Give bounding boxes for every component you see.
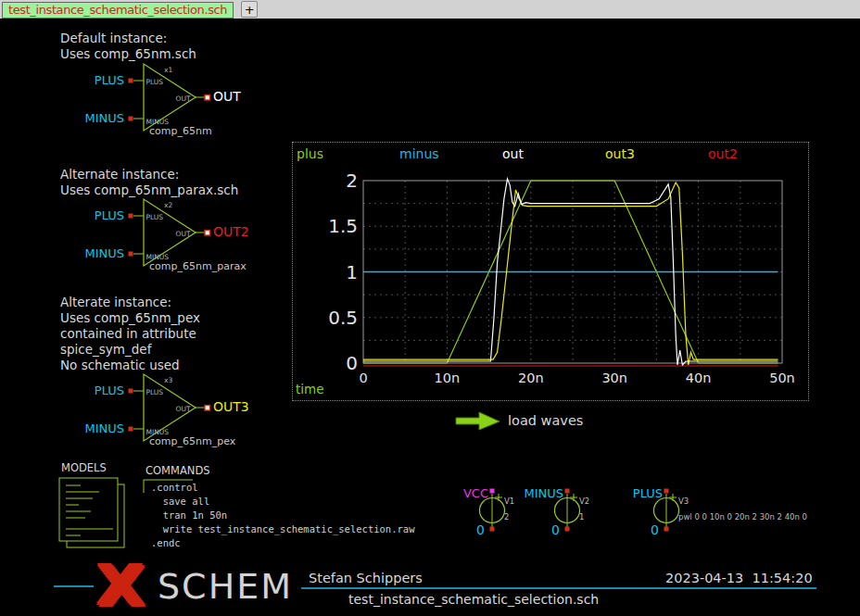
pin-out[interactable]	[205, 95, 210, 101]
x-tick-label: 20n	[518, 371, 544, 385]
load-waves-arrow-icon[interactable]	[456, 412, 500, 430]
symbol-pin-label: PLUS	[146, 388, 164, 396]
symbol-pin-label: PLUS	[146, 78, 164, 86]
instance-heading-line: Default instance:	[60, 31, 167, 45]
x-tick-label: 10n	[435, 371, 461, 385]
instance-heading-line: Alternate instance:	[60, 167, 179, 182]
xschem-logo-x: X	[97, 555, 145, 616]
net-label-minus[interactable]: MINUS	[56, 111, 124, 125]
symbol-name-label: comp_65nm_pex	[149, 435, 235, 447]
command-line: write test_instance_schematic_selection.…	[151, 523, 414, 534]
symbol-pin-label: OUT	[176, 405, 191, 413]
source-value-label: 1	[579, 512, 584, 522]
pin-top[interactable]	[664, 489, 669, 494]
y-tick-label: 1	[346, 261, 358, 283]
y-tick-label: 0	[346, 352, 358, 374]
net-label-out[interactable]: OUT2	[213, 224, 249, 239]
x-tick-label: 0	[359, 371, 367, 385]
pin-plus[interactable]	[129, 389, 133, 394]
symbol-pin-label: OUT	[176, 94, 191, 103]
xschem-window: x1PLUSOUTMINUSx2PLUSOUTMINUSx3PLUSOUTMIN…	[0, 0, 860, 616]
command-line: .control	[151, 482, 198, 493]
x-tick-label: 30n	[601, 371, 627, 385]
tab-bar: test_instance_schematic_selection.sch +	[0, 0, 860, 19]
models-document-icon[interactable]	[59, 478, 124, 547]
source-net-label[interactable]: MINUS	[495, 486, 563, 500]
schematic-canvas[interactable]: x1PLUSOUTMINUSx2PLUSOUTMINUSx3PLUSOUTMIN…	[0, 0, 860, 616]
net-label-out[interactable]: OUT3	[213, 399, 249, 414]
pin-out[interactable]	[205, 406, 210, 411]
source-value-label: pwl 0 0 10n 0 20n 2 30n 2 40n 0	[678, 512, 807, 522]
x-tick-label: 50n	[769, 371, 795, 385]
xschem-logo-text: SCHEM	[158, 566, 293, 607]
instance-heading-line: No schematic used	[60, 358, 180, 372]
instance-heading-line: Uses comp_65nm_parax.sch	[60, 182, 238, 197]
net-label-minus[interactable]: MINUS	[56, 421, 124, 435]
legend-item-minus: minus	[399, 146, 439, 161]
pin-minus[interactable]	[129, 252, 133, 257]
pin-bottom[interactable]	[664, 527, 669, 532]
legend-item-plus: plus	[297, 146, 323, 161]
commands-label: COMMANDS	[145, 464, 210, 477]
instance-heading-line: Uses comp_65nm.sch	[60, 46, 196, 61]
source-net-label[interactable]: VCC	[420, 486, 488, 500]
net-label-plus[interactable]: PLUS	[56, 383, 124, 397]
waveform-graph[interactable]: 21.510.50010n20n30n40n50n time plusminus…	[292, 142, 809, 401]
y-tick-label: 2	[346, 170, 358, 192]
pin-top[interactable]	[565, 489, 570, 494]
symbol-pin-label: x1	[164, 66, 172, 74]
net-label-plus[interactable]: PLUS	[56, 73, 124, 87]
titleblock-author: Stefan Schippers	[309, 571, 423, 585]
legend-item-out: out	[502, 146, 524, 161]
command-line: tran 1n 50n	[151, 509, 227, 521]
pin-top[interactable]	[490, 489, 495, 494]
net-label-out[interactable]: OUT	[213, 89, 241, 104]
source-value-label: 2	[504, 512, 509, 522]
graph-x-axis-label: time	[296, 382, 324, 396]
symbol-name-label: comp_65nm_parax	[149, 260, 247, 272]
models-label: MODELS	[61, 461, 107, 474]
new-tab-button[interactable]: +	[241, 1, 258, 18]
symbol-pin-label: x2	[164, 201, 172, 209]
y-tick-label: 0.5	[328, 307, 358, 329]
comparator-symbol-x2[interactable]: x2PLUSOUTMINUS	[129, 199, 210, 266]
x-tick-label: 40n	[686, 371, 712, 385]
instance-heading-line: Uses comp_65nm_pex	[60, 310, 200, 325]
net-label-minus[interactable]: MINUS	[56, 246, 124, 260]
legend-item-out2: out2	[708, 146, 738, 161]
waveform-out3	[363, 182, 778, 365]
command-line: .endc	[151, 537, 181, 548]
source-gnd-label[interactable]: 0	[466, 522, 485, 537]
load-waves-launcher-label[interactable]: load waves	[508, 413, 583, 428]
source-gnd-label[interactable]: 0	[640, 522, 659, 537]
instance-heading-line: Alterate instance:	[60, 295, 171, 309]
symbol-name-label: comp_65nm	[149, 125, 212, 137]
waveform-plot: 21.510.50010n20n30n40n50n	[293, 143, 808, 400]
instance-heading-line: spice_sym_def	[60, 342, 151, 357]
legend-item-out3: out3	[605, 146, 635, 161]
tab-current-schematic[interactable]: test_instance_schematic_selection.sch	[2, 2, 234, 19]
titleblock-filename: test_instance_schematic_selection.sch	[348, 592, 599, 607]
symbol-pin-label: OUT	[176, 230, 191, 238]
source-name-label: V2	[579, 497, 589, 506]
instance-heading-line: contained in attribute	[60, 326, 196, 341]
pin-plus[interactable]	[129, 214, 133, 219]
pin-plus[interactable]	[129, 79, 133, 83]
y-tick-label: 1.5	[328, 215, 358, 237]
pin-minus[interactable]	[129, 427, 133, 432]
symbol-pin-label: x3	[164, 376, 172, 384]
comparator-symbol-x1[interactable]: x1PLUSOUTMINUS	[129, 64, 210, 131]
net-label-plus[interactable]: PLUS	[56, 208, 124, 222]
comparator-symbol-x3[interactable]: x3PLUSOUTMINUS	[129, 374, 210, 441]
source-gnd-label[interactable]: 0	[541, 522, 560, 537]
symbol-pin-label: PLUS	[146, 213, 164, 221]
pin-bottom[interactable]	[490, 527, 495, 532]
command-line: save all	[151, 496, 209, 507]
pin-out[interactable]	[205, 231, 210, 236]
pin-bottom[interactable]	[565, 527, 570, 532]
source-net-label[interactable]: PLUS	[594, 486, 663, 500]
titleblock-datetime: 2023-04-13 11:54:20	[665, 571, 813, 585]
pin-minus[interactable]	[129, 117, 133, 121]
source-name-label: V3	[678, 497, 689, 506]
